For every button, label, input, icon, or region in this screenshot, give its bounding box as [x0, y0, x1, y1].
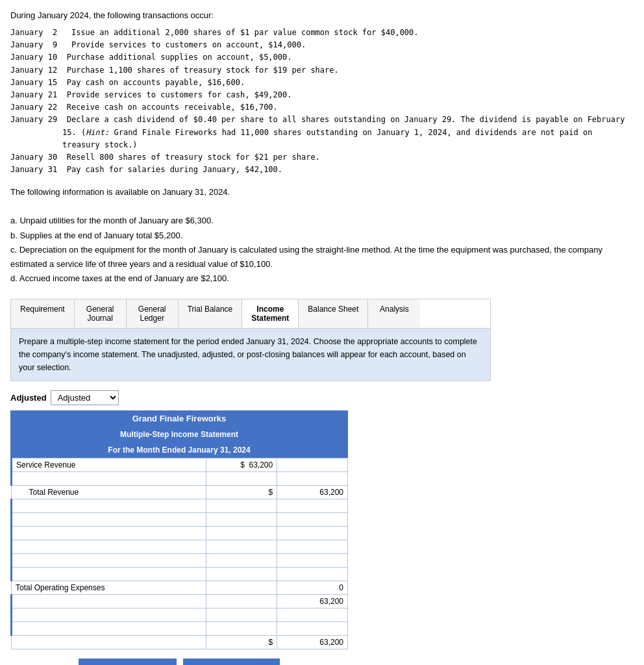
table-row: Service Revenue $ 63,200 — [12, 458, 348, 471]
total-revenue-col2: 63,200 — [277, 485, 348, 499]
info-item-b: b. Supplies at the end of January total … — [10, 229, 634, 243]
next-button[interactable]: Balance Sheet ▶ — [183, 659, 280, 665]
transaction-item-cont: 15. (Hint: Grand Finale Fireworks had 11… — [10, 127, 634, 139]
tab-balance-sheet[interactable]: Balance Sheet — [299, 299, 368, 328]
company-name: Grand Finale Fireworks — [10, 410, 348, 427]
table-row: 63,200 — [12, 594, 348, 608]
transaction-item: January 30 Resell 800 shares of treasury… — [10, 151, 634, 164]
income-statement-table: Service Revenue $ 63,200 Total Revenue $… — [10, 458, 348, 649]
statement-title: Multiple-Step Income Statement — [10, 427, 348, 442]
total-revenue-label: Total Revenue — [12, 485, 206, 499]
table-row — [12, 526, 348, 540]
final-total-col2: 63,200 — [277, 635, 348, 649]
intro-heading: During January 2024, the following trans… — [10, 10, 634, 20]
final-total-row: $ 63,200 — [12, 635, 348, 649]
tab-income-statement[interactable]: IncomeStatement — [242, 299, 299, 328]
transaction-item-cont: treasury stock.) — [10, 139, 634, 151]
tabs-nav: Requirement GeneralJournal GeneralLedger… — [10, 299, 491, 328]
transaction-item: January 12 Purchase 1,100 shares of trea… — [10, 64, 634, 77]
dropdown-row: Adjusted Unadjusted Adjusted Post-closin… — [10, 390, 634, 405]
prev-button[interactable]: ◀ < Trial Balance — [79, 659, 177, 665]
statement-period: For the Month Ended January 31, 2024 — [10, 442, 348, 458]
transaction-item: January 10 Purchase additional supplies … — [10, 51, 634, 64]
info-item-a: a. Unpaid utilities for the month of Jan… — [10, 214, 634, 228]
tab-analysis[interactable]: Analysis — [368, 299, 420, 328]
tab-general-ledger[interactable]: GeneralLedger — [127, 299, 179, 328]
balance-type-dropdown[interactable]: Unadjusted Adjusted Post-closing — [51, 390, 119, 405]
final-total-col1: $ — [206, 635, 277, 649]
transaction-item: January 31 Pay cash for salaries during … — [10, 164, 634, 176]
table-row — [12, 608, 348, 621]
tab-general-journal[interactable]: GeneralJournal — [75, 299, 127, 328]
total-revenue-col1: $ — [206, 485, 277, 499]
info-item-d: d. Accrued income taxes at the end of Ja… — [10, 271, 634, 286]
nav-buttons: ◀ < Trial Balance Balance Sheet ▶ — [10, 659, 348, 665]
transaction-item: January 2 Issue an additional 2,000 shar… — [10, 27, 634, 39]
service-revenue-col1[interactable]: $ 63,200 — [206, 458, 277, 471]
transaction-item: January 22 Receive cash on accounts rece… — [10, 101, 634, 114]
total-revenue-row: Total Revenue $ 63,200 — [12, 485, 348, 499]
transactions-list: January 2 Issue an additional 2,000 shar… — [10, 27, 634, 176]
info-section: The following information is available o… — [10, 185, 634, 286]
table-row — [12, 499, 348, 512]
transaction-item: January 29 Declare a cash dividend of $0… — [10, 114, 634, 126]
table-row — [12, 512, 348, 526]
tab-instruction: Prepare a multiple-step income statement… — [10, 328, 491, 381]
info-item-c: c. Depreciation on the equipment for the… — [10, 243, 634, 271]
table-row — [12, 471, 348, 485]
total-operating-expenses-value: 0 — [277, 581, 348, 594]
tab-requirement[interactable]: Requirement — [11, 299, 75, 328]
table-row — [12, 567, 348, 581]
income-statement-wrapper: Grand Finale Fireworks Multiple-Step Inc… — [10, 410, 348, 665]
transaction-item: January 9 Provide services to customers … — [10, 39, 634, 51]
table-row — [12, 540, 348, 553]
info-heading: The following information is available o… — [10, 185, 634, 199]
dropdown-label: Adjusted — [10, 393, 47, 403]
service-revenue-col2 — [277, 458, 348, 471]
total-operating-expenses-label: Total Operating Expenses — [12, 581, 206, 594]
table-row — [12, 621, 348, 635]
service-revenue-label: Service Revenue — [12, 458, 206, 471]
transaction-item: January 15 Pay cash on accounts payable,… — [10, 77, 634, 89]
tab-trial-balance[interactable]: Trial Balance — [179, 299, 243, 328]
total-operating-expenses-row: Total Operating Expenses 0 — [12, 581, 348, 594]
transaction-item: January 21 Provide services to customers… — [10, 89, 634, 101]
table-row — [12, 553, 348, 567]
